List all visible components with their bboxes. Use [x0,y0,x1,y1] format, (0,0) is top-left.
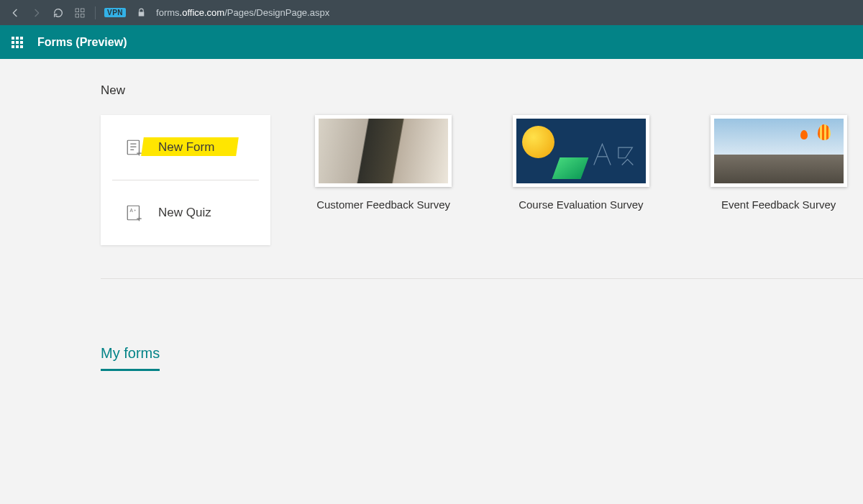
browser-chrome: VPN forms.office.com/Pages/DesignPage.as… [0,0,863,25]
svg-text:A: A [130,208,134,213]
template-thumbnail [513,115,649,187]
template-gallery: New Form A+ New Quiz Customer Feedback S… [101,115,863,245]
lock-icon [134,6,147,19]
apps-grid-icon[interactable] [73,6,86,19]
svg-rect-1 [81,9,84,12]
url-subdomain: forms [156,7,180,18]
new-quiz-label: New Quiz [158,206,211,220]
new-quiz-button[interactable]: A+ New Quiz [101,180,270,245]
svg-rect-3 [81,14,84,17]
reload-icon[interactable] [52,6,65,19]
template-thumbnail [711,115,847,187]
svg-rect-0 [76,9,79,12]
app-header: Forms (Preview) [0,25,863,59]
template-label: Customer Feedback Survey [299,198,468,211]
back-icon[interactable] [9,6,22,19]
url-path: /Pages/DesignPage.aspx [224,7,329,18]
template-event-feedback[interactable]: Event Feedback Survey [694,115,863,211]
quiz-icon: A+ [125,203,144,222]
template-customer-feedback[interactable]: Customer Feedback Survey [299,115,468,211]
chrome-separator [95,6,96,19]
svg-text:+: + [134,209,136,212]
svg-rect-4 [127,140,139,155]
template-course-evaluation[interactable]: Course Evaluation Survey [497,115,666,211]
template-thumbnail [315,115,452,187]
new-section-label: New [101,83,863,98]
url-domain: .office.com [180,7,225,18]
highlight-annotation [141,137,239,156]
forward-icon [30,6,43,19]
tab-my-forms[interactable]: My forms [101,345,160,371]
page-body: New New Form A+ New Quiz Custom [0,59,863,371]
vpn-badge: VPN [104,8,126,17]
svg-rect-2 [76,14,79,17]
content-tabs: My forms [101,345,863,371]
create-card: New Form A+ New Quiz [101,115,270,245]
url-bar[interactable]: forms.office.com/Pages/DesignPage.aspx [156,7,329,18]
gallery-divider [101,278,863,279]
template-label: Course Evaluation Survey [497,198,666,211]
template-label: Event Feedback Survey [694,198,863,211]
app-title: Forms (Preview) [37,36,127,49]
svg-rect-10 [127,206,139,220]
new-form-button[interactable]: New Form [101,115,270,180]
app-launcher-icon[interactable] [12,37,23,48]
